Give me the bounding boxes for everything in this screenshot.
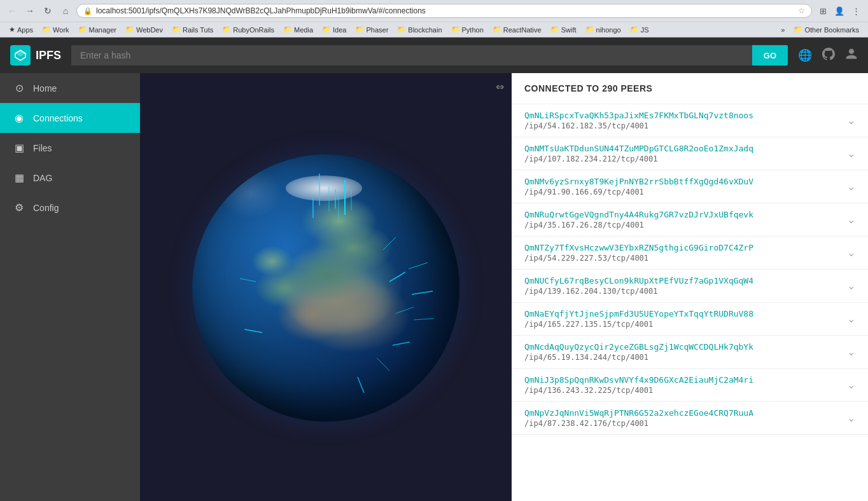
bookmark-nihongo[interactable]: 📁 nihongo xyxy=(582,24,625,35)
sidebar-label-files: Files xyxy=(33,143,52,153)
folder-icon: 📁 xyxy=(355,25,364,34)
bookmark-rubyonrails[interactable]: 📁 RubyOnRails xyxy=(218,24,278,35)
bookmarks-bar: ★ Apps 📁 Work 📁 Manager 📁 WebDev 📁 Rails… xyxy=(0,22,868,37)
folder-icon: 📁 xyxy=(283,25,292,34)
peer-item-7[interactable]: QmNcdAqQuyQzycQir2yceZGBLsgZj1WcqWCCDQLH… xyxy=(512,336,868,369)
other-bookmarks[interactable]: 📁 Other Bookmarks xyxy=(790,24,863,35)
user-button[interactable]: 👤 xyxy=(832,4,846,18)
search-bar: GO xyxy=(71,45,788,65)
peer-item-5[interactable]: QmNUCfyL67rqBesyCLon9kRUpXtPEfVUzf7aGp1V… xyxy=(512,270,868,303)
peer-item-1[interactable]: QmNMTsUaKTDdunSUN44TZuMPDpGTCLG8R2ooEo1Z… xyxy=(512,137,868,170)
svg-line-17 xyxy=(409,263,428,269)
bookmarks-more-button[interactable]: » xyxy=(777,25,788,35)
home-icon: ⊙ xyxy=(13,82,25,94)
reload-button[interactable]: ↻ xyxy=(41,4,55,18)
sidebar-label-home: Home xyxy=(33,83,57,93)
folder-icon: 📁 xyxy=(222,25,231,34)
bookmark-media[interactable]: 📁 Media xyxy=(279,24,317,35)
sidebar-item-connections[interactable]: ◉ Connections xyxy=(0,103,140,133)
app-header: IPFS GO 🌐 xyxy=(0,38,868,73)
main-content: ⇔ xyxy=(140,73,868,501)
peer-lines-svg xyxy=(192,154,459,422)
sidebar-item-config[interactable]: ⚙ Config xyxy=(0,193,140,223)
svg-line-12 xyxy=(393,342,410,345)
folder-icon: 📁 xyxy=(451,25,460,34)
peer-info-9: QmNpVzJqNnnVi5WqRjPTNR6G52a2xehczEGoe4CR… xyxy=(524,408,847,428)
peer-item-3[interactable]: QmNRuQrwtGgeVQgndTny4A4Rukg7GR7vzDJrVJxU… xyxy=(512,203,868,237)
peer-info-5: QmNUCfyL67rqBesyCLon9kRUpXtPEfVUzf7aGp1V… xyxy=(524,276,847,296)
peer-hash-1: QmNMTsUaKTDdunSUN44TZuMPDpGTCLG8R2ooEo1Z… xyxy=(524,144,847,153)
peer-addr-6: /ip4/165.227.135.15/tcp/4001 xyxy=(524,320,847,329)
bookmark-apps[interactable]: ★ Apps xyxy=(5,24,37,35)
bookmark-phaser[interactable]: 📁 Phaser xyxy=(351,24,392,35)
bookmark-rails-tuts[interactable]: 📁 Rails Tuts xyxy=(168,24,217,35)
peer-hash-5: QmNUCfyL67rqBesyCLon9kRUpXtPEfVUzf7aGp1V… xyxy=(524,276,847,285)
header-icons: 🌐 xyxy=(798,48,858,64)
peer-info-8: QmNiJ3p8SpQqnRKwDsvNVYf4x9D6GXcA2EiauMjC… xyxy=(524,375,847,395)
github-icon[interactable] xyxy=(822,48,835,64)
logo-cube xyxy=(10,45,31,65)
address-bar[interactable]: 🔒 localhost:5001/ipfs/QmQLXHs7K98JNQdWrB… xyxy=(76,4,812,18)
svg-line-9 xyxy=(383,237,396,250)
home-button[interactable]: ⌂ xyxy=(59,4,73,18)
globe-icon[interactable]: 🌐 xyxy=(798,48,812,62)
peer-addr-7: /ip4/65.19.134.244/tcp/4001 xyxy=(524,353,847,362)
search-button[interactable]: GO xyxy=(752,45,788,65)
peer-addr-1: /ip4/107.182.234.212/tcp/4001 xyxy=(524,154,847,163)
person-icon[interactable] xyxy=(845,48,858,64)
peer-item-6[interactable]: QmNaEYqfjYtJjneSjpmFd3U5UEYopeYTxTqqYtRU… xyxy=(512,303,868,336)
chevron-down-icon-2: ⌄ xyxy=(847,181,855,193)
bookmark-blockchain[interactable]: 📁 Blockchain xyxy=(393,24,445,35)
peers-count-label: CONNECTED TO 290 PEERS xyxy=(524,83,652,93)
folder-icon: 📁 xyxy=(125,25,134,34)
bookmark-work[interactable]: 📁 Work xyxy=(38,24,73,35)
chevron-down-icon-5: ⌄ xyxy=(847,280,855,292)
peer-item-8[interactable]: QmNiJ3p8SpQqnRKwDsvNVYf4x9D6GXcA2EiauMjC… xyxy=(512,369,868,402)
peer-item-4[interactable]: QmNTZy7TfXvsHczwwV3EYbxRZN5gthgicG9GiroD… xyxy=(512,237,868,270)
folder-icon: 📁 xyxy=(794,25,802,34)
folder-icon: 📁 xyxy=(630,25,639,34)
bookmark-swift[interactable]: 📁 Swift xyxy=(547,24,580,35)
svg-line-11 xyxy=(396,307,414,313)
peer-info-4: QmNTZy7TfXvsHczwwV3EYbxRZN5gthgicG9GiroD… xyxy=(524,243,847,263)
peer-item-0[interactable]: QmNLiRSpcxTvaQKh53paJixMEs7FKMxTbGLNq7vz… xyxy=(512,104,868,137)
minimize-button[interactable]: ⇔ xyxy=(496,81,504,93)
sidebar-item-home[interactable]: ⊙ Home xyxy=(0,73,140,103)
lock-icon: 🔒 xyxy=(83,7,92,15)
bookmark-manager[interactable]: 📁 Manager xyxy=(74,24,120,35)
bookmark-python[interactable]: 📁 Python xyxy=(447,24,487,35)
logo-text: IPFS xyxy=(36,49,61,62)
bookmark-webdev[interactable]: 📁 WebDev xyxy=(122,24,167,35)
folder-icon: 📁 xyxy=(550,25,559,34)
star-icon[interactable]: ☆ xyxy=(798,6,805,15)
forward-button[interactable]: → xyxy=(23,4,37,18)
chevron-down-icon-3: ⌄ xyxy=(847,214,855,226)
peer-item-9[interactable]: QmNpVzJqNnnVi5WqRjPTNR6G52a2xehczEGoe4CR… xyxy=(512,402,868,435)
peer-hash-3: QmNRuQrwtGgeVQgndTny4A4Rukg7GR7vzDJrVJxU… xyxy=(524,210,847,219)
chevron-down-icon-8: ⌄ xyxy=(847,379,855,391)
svg-line-19 xyxy=(414,319,434,320)
config-icon: ⚙ xyxy=(13,202,25,214)
bookmark-js[interactable]: 📁 JS xyxy=(626,24,653,35)
folder-icon: 📁 xyxy=(78,25,87,34)
svg-line-13 xyxy=(240,278,256,282)
menu-button[interactable]: ⋮ xyxy=(849,4,863,18)
connections-icon: ◉ xyxy=(13,112,25,124)
bookmark-reactnative[interactable]: 📁 ReactNative xyxy=(489,24,545,35)
folder-icon: 📁 xyxy=(172,25,181,34)
peer-info-2: QmNMv6yzSrnxy8T9KejPnNYB2rrSbbBtffXgQgd4… xyxy=(524,177,847,196)
search-input[interactable] xyxy=(71,45,752,65)
globe-area: ⇔ xyxy=(140,73,512,501)
sidebar-label-connections: Connections xyxy=(33,113,83,123)
extensions-button[interactable]: ⊞ xyxy=(816,4,830,18)
sidebar-item-dag[interactable]: ▦ DAG xyxy=(0,163,140,193)
back-button[interactable]: ← xyxy=(5,4,19,18)
bookmark-idea[interactable]: 📁 Idea xyxy=(318,24,350,35)
peer-item-2[interactable]: QmNMv6yzSrnxy8T9KejPnNYB2rrSbbBtffXgQgd4… xyxy=(512,170,868,203)
peer-info-1: QmNMTsUaKTDdunSUN44TZuMPDpGTCLG8R2ooEo1Z… xyxy=(524,144,847,163)
browser-action-buttons: ⊞ 👤 ⋮ xyxy=(816,4,863,18)
peer-addr-2: /ip4/91.90.166.69/tcp/4001 xyxy=(524,188,847,196)
dag-icon: ▦ xyxy=(13,172,25,184)
sidebar-item-files[interactable]: ▣ Files xyxy=(0,133,140,163)
peer-hash-8: QmNiJ3p8SpQqnRKwDsvNVYf4x9D6GXcA2EiauMjC… xyxy=(524,375,847,385)
